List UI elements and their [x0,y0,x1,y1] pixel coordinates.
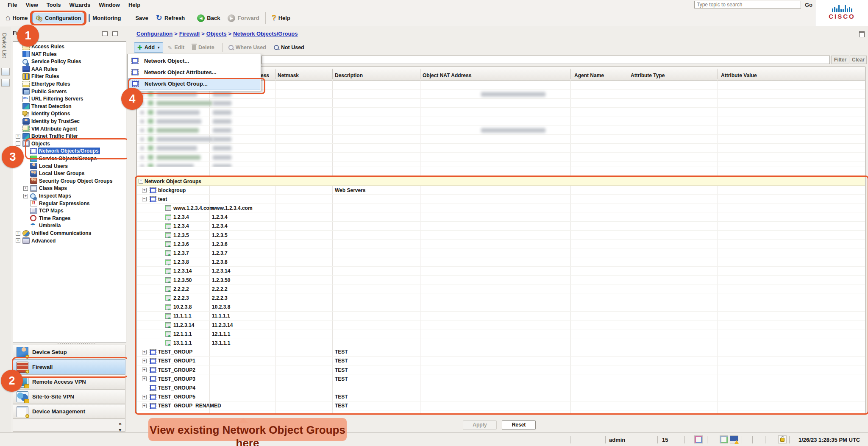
menubar-item-view[interactable]: View [21,0,42,9]
collapse-icon[interactable]: − [139,179,143,184]
column-header-description[interactable]: Description [335,67,363,81]
table-row-redacted[interactable] [137,153,865,162]
table-row-test[interactable]: −test [137,195,865,203]
expand-icon[interactable]: + [16,238,20,243]
table-row-11-1-1-1[interactable]: 11.1.1.111.1.1.1 [137,312,865,321]
menubar-item-tools[interactable]: Tools [42,0,65,9]
restore-icon[interactable] [102,31,108,36]
table-row-test-group4[interactable]: TEST_GROUP4 [137,383,865,392]
table-row-blockgroup[interactable]: +blockgroupWeb Servers [137,186,865,195]
apply-button[interactable]: Apply [463,420,497,430]
nav-remote-access-vpn[interactable]: Remote Access VPN [13,374,125,389]
expand-icon[interactable]: + [23,186,28,191]
column-divider[interactable] [332,69,333,79]
nav-overflow-button[interactable]: »▾ [13,419,125,432]
tree-item-advanced[interactable]: +Advanced [13,237,126,245]
table-section-network-object-groups[interactable]: −Network Object Groups [137,177,865,186]
table-row-redacted[interactable] [137,126,865,135]
table-row-1-2-3-50[interactable]: 1.2.3.501.2.3.50 [137,276,865,284]
column-header-attribute-value[interactable]: Attribute Value [721,67,757,81]
column-divider[interactable] [718,69,718,79]
table-row-redacted[interactable] [137,108,865,117]
tree-item-local-user-groups[interactable]: Local User Groups [13,170,126,177]
filter-button[interactable]: Filter [831,56,849,64]
menu-item-network-object-attributes[interactable]: Network Object Attributes... [128,67,260,78]
expand-icon[interactable]: + [16,134,20,139]
tree-item-public-servers[interactable]: Public Servers [13,88,126,95]
breadcrumb-link[interactable]: Configuration [136,31,172,37]
menubar-item-file[interactable]: File [3,0,21,9]
tree-item-umbrella[interactable]: Umbrella [13,222,126,229]
table-row-redacted[interactable] [137,135,865,144]
menubar-item-help[interactable]: Help [124,0,145,9]
tree-item-ethertype-rules[interactable]: Ethertype Rules [13,80,126,88]
table-row-12-1-1-1[interactable]: 12.1.1.112.1.1.1 [137,329,865,338]
expand-icon[interactable]: + [16,231,20,236]
collapse-icon[interactable]: − [16,141,20,146]
tree-item-identity-options[interactable]: Identity Options [13,110,126,117]
tree-item-service-policy-rules[interactable]: Service Policy Rules [13,58,126,65]
not-used-button[interactable]: Not Used [271,43,307,52]
nav-device-setup[interactable]: Device Setup [13,345,125,360]
delete-button[interactable]: Delete [189,43,217,52]
tree-item-vm-attribute-agent[interactable]: VM Attribute Agent [13,125,126,133]
tree-item-local-users[interactable]: Local Users [13,162,126,170]
search-input[interactable] [694,1,801,8]
panel-dock-icon[interactable] [1,79,10,86]
table-row-redacted[interactable] [137,90,865,99]
nav-device-management[interactable]: Device Management [13,404,125,419]
menu-item-network-object-group[interactable]: Network Object Group... [128,78,260,89]
tree-item-url-filtering-servers[interactable]: URL Filtering Servers [13,95,126,103]
nav-site-to-site-vpn[interactable]: Site-to-Site VPN [13,389,125,404]
configuration-button[interactable]: ⚙Configuration [32,13,85,23]
column-header-agent-name[interactable]: Agent Name [574,67,604,81]
table-row-1-2-3-6[interactable]: 1.2.3.61.2.3.6 [137,240,865,248]
tree-item-network-objects-groups[interactable]: Network Objects/Groups [13,147,126,155]
back-button[interactable]: ◀Back [194,12,223,24]
tree-item-aaa-rules[interactable]: AAA Rules [13,65,126,73]
add-button[interactable]: ✚ Add ▾ [134,42,163,53]
table-row-2-2-2-2[interactable]: 2.2.2.22.2.2.2 [137,284,865,293]
table-row-redacted[interactable] [137,144,865,153]
filter-input[interactable] [262,56,830,64]
tree-item-tcp-maps[interactable]: TCP Maps [13,207,126,215]
expand-icon[interactable]: + [142,188,147,192]
splitter-grip[interactable] [58,343,96,344]
tree-item-nat-rules[interactable]: NAT Rules [13,50,126,58]
column-divider[interactable] [275,69,275,79]
expand-icon[interactable]: + [142,368,147,372]
tree-item-time-ranges[interactable]: Time Ranges [13,215,126,222]
tree-item-service-objects-groups[interactable]: Service Objects/Groups [13,155,126,162]
expand-icon[interactable]: + [142,359,147,363]
breadcrumb-link[interactable]: Network Objects/Groups [233,31,298,37]
breadcrumb-link[interactable]: Firewall [179,31,200,37]
tree-item-botnet-traffic-filter[interactable]: +Botnet Traffic Filter [13,132,126,140]
column-header-object-nat-address[interactable]: Object NAT Address [423,67,471,81]
tree-item-objects[interactable]: −Objects [13,140,126,148]
refresh-button[interactable]: ↻Refresh [153,13,189,24]
tree-item-security-group-object-groups[interactable]: Security Group Object Groups [13,177,126,185]
pin-icon[interactable] [112,31,118,36]
table-row-test-group[interactable]: +TEST_GROUPTEST [137,348,865,357]
clear-button[interactable]: Clear [850,56,867,64]
panel-dock-icon[interactable] [1,68,10,75]
where-used-button[interactable]: Where Used [225,43,269,52]
expand-icon[interactable]: + [142,376,147,381]
table-row-redacted[interactable] [137,162,865,167]
expand-icon[interactable]: + [23,194,28,198]
nav-firewall[interactable]: Firewall [13,360,125,374]
forward-button[interactable]: ▶Forward [224,12,262,24]
menu-item-network-object[interactable]: Network Object... [128,55,260,67]
tree-item-class-maps[interactable]: +Class Maps [13,184,126,192]
table-row-redacted[interactable] [137,99,865,108]
tree-item-filter-rules[interactable]: Filter Rules [13,72,126,80]
help-button[interactable]: ?Help [268,11,294,25]
tree-item-unified-communications[interactable]: +Unified Communications [13,229,126,237]
home-button[interactable]: ⌂Home [2,13,31,24]
tree-item-identity-by-trustsec[interactable]: Identity by TrustSec [13,117,126,125]
menubar-item-wizards[interactable]: Wizards [65,0,95,9]
table-row-test-group3[interactable]: +TEST_GROUP3TEST [137,374,865,383]
table-row-1-2-3-8[interactable]: 1.2.3.81.2.3.8 [137,258,865,267]
tree-item-threat-detection[interactable]: Threat Detection [13,103,126,110]
column-divider[interactable] [570,69,571,79]
